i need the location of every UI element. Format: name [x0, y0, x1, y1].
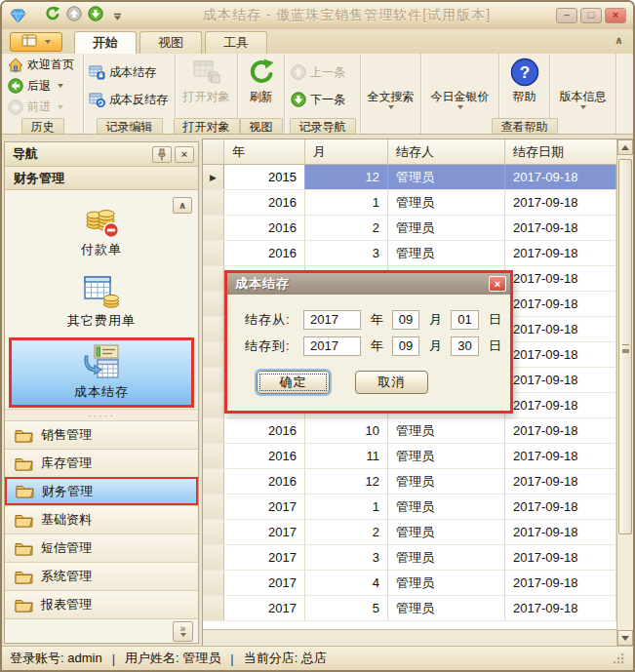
- chevron-down-icon: [58, 84, 63, 88]
- sidebar-module-system[interactable]: 系统管理: [5, 562, 198, 590]
- scroll-up-button[interactable]: [617, 139, 633, 155]
- sidebar-item-label: 其它费用单: [67, 312, 136, 330]
- group-label: 记录编辑: [97, 118, 163, 134]
- finance-group-header[interactable]: 财务管理: [5, 167, 198, 190]
- tab-view[interactable]: 视图: [139, 31, 202, 54]
- from-year-input[interactable]: 2017: [303, 310, 361, 330]
- table-cell: 2017: [224, 520, 305, 544]
- scroll-down-button[interactable]: [617, 630, 633, 646]
- help-button[interactable]: ?帮助: [504, 56, 545, 116]
- ribbon-collapse-button[interactable]: ∧: [615, 34, 623, 47]
- resize-grip-icon[interactable]: [613, 652, 625, 665]
- column-header-1[interactable]: 月: [305, 139, 388, 164]
- table-cell: 2017-09-18: [505, 571, 616, 595]
- fulltext-search-button[interactable]: 全文搜索: [362, 56, 420, 116]
- row-indicator-cell: [203, 393, 224, 417]
- folder-icon: [15, 598, 33, 613]
- today-gold-price-button[interactable]: 今日金银价: [425, 56, 496, 116]
- sidebar-module-finance[interactable]: 财务管理: [5, 477, 198, 505]
- cost-settle-button[interactable]: 成本结存: [87, 64, 172, 81]
- horizontal-scrollbar[interactable]: [203, 629, 616, 646]
- table-row[interactable]: 20175管理员2017-09-18: [203, 596, 616, 621]
- chevron-down-icon: [388, 105, 394, 109]
- sidebar-module-sales[interactable]: 销售管理: [5, 420, 198, 449]
- folder-icon: [15, 428, 33, 443]
- dialog-close-button[interactable]: ×: [489, 276, 506, 292]
- version-info-button[interactable]: 版本信息: [554, 56, 613, 116]
- table-row[interactable]: 20161管理员2017-09-18: [203, 190, 616, 216]
- table-row[interactable]: 201612管理员2017-09-18: [203, 469, 616, 494]
- close-button[interactable]: ×: [605, 8, 626, 23]
- table-cell: 2017-09-18: [505, 190, 616, 215]
- column-header-0[interactable]: 年: [224, 139, 305, 164]
- settle-to-label: 结存到:: [245, 337, 303, 355]
- tab-tools[interactable]: 工具: [205, 31, 267, 54]
- table-row[interactable]: ▶201512管理员2017-09-18: [203, 165, 616, 190]
- panel-collapse-button[interactable]: ∧: [173, 197, 192, 214]
- sidebar-item-cost-settlement[interactable]: 成本结存: [9, 337, 194, 408]
- to-day-input[interactable]: 30: [451, 336, 479, 356]
- from-day-input[interactable]: 01: [451, 310, 479, 330]
- table-cell: 10: [305, 418, 388, 443]
- refresh-button[interactable]: 刷新: [242, 56, 281, 116]
- table-cell: 2016: [224, 469, 305, 494]
- sidebar-module-reports[interactable]: 报表管理: [5, 590, 198, 618]
- minimize-button[interactable]: –: [556, 8, 577, 23]
- table-cell: 2016: [224, 216, 305, 240]
- sidebar-module-basic-data[interactable]: 基础资料: [5, 505, 198, 534]
- dialog-title: 成本结存: [235, 275, 489, 293]
- folder-icon: [15, 541, 33, 556]
- from-month-input[interactable]: 09: [392, 310, 420, 330]
- status-user-name: 用户姓名: 管理员: [125, 650, 220, 667]
- cancel-button[interactable]: 取消: [355, 371, 428, 394]
- back-button[interactable]: 后退: [5, 78, 80, 95]
- table-row[interactable]: 20171管理员2017-09-18: [203, 494, 616, 520]
- ribbon-group-version: 版本信息: [550, 54, 616, 134]
- folder-icon: [15, 570, 33, 584]
- sidebar-module-sms[interactable]: 短信管理: [5, 534, 198, 562]
- grid-lock-icon: [89, 64, 105, 80]
- nav-close-button[interactable]: ×: [175, 146, 194, 163]
- row-indicator-cell: [203, 444, 224, 468]
- sidebar-splitter[interactable]: ·····: [5, 409, 198, 420]
- table-row[interactable]: 20162管理员2017-09-18: [203, 216, 616, 241]
- sidebar-module-inventory[interactable]: 库存管理: [5, 449, 198, 477]
- quick-prev-button[interactable]: [65, 7, 83, 24]
- tab-start[interactable]: 开始: [74, 31, 137, 54]
- next-record-button[interactable]: 下一条: [288, 92, 357, 108]
- dialog-titlebar[interactable]: 成本结存 ×: [227, 273, 510, 295]
- table-row[interactable]: 201611管理员2017-09-18: [203, 444, 616, 469]
- button-label: 成本反结存: [109, 92, 168, 108]
- table-row[interactable]: 20174管理员2017-09-18: [203, 571, 616, 596]
- table-row[interactable]: 201610管理员2017-09-18: [203, 418, 616, 444]
- quick-next-button[interactable]: [87, 7, 104, 24]
- row-indicator-cell: [203, 571, 224, 595]
- table-row[interactable]: 20173管理员2017-09-18: [203, 545, 616, 571]
- table-cell: 管理员: [388, 469, 505, 494]
- sidebar-item-payment-order[interactable]: 付款单: [9, 195, 194, 265]
- ok-button[interactable]: 确定: [257, 371, 330, 394]
- module-label: 财务管理: [42, 483, 93, 500]
- column-header-2[interactable]: 结存人: [388, 139, 505, 164]
- qat-customize-button[interactable]: [108, 7, 126, 24]
- to-year-input[interactable]: 2017: [303, 336, 361, 356]
- table-cell: 2017-09-18: [505, 494, 616, 519]
- table-cell: 2016: [224, 444, 305, 468]
- app-menu-button[interactable]: [10, 32, 62, 52]
- vertical-scrollbar[interactable]: [616, 139, 633, 646]
- quick-refresh-button[interactable]: [44, 7, 61, 24]
- scroll-thumb[interactable]: [618, 159, 632, 534]
- maximize-button[interactable]: □: [580, 8, 602, 23]
- table-row[interactable]: 20163管理员2017-09-18: [203, 241, 616, 266]
- pin-icon[interactable]: [152, 146, 172, 163]
- to-month-input[interactable]: 09: [392, 336, 420, 356]
- table-row[interactable]: 20172管理员2017-09-18: [203, 520, 616, 545]
- titlebar: 成本结存 - 傲蓝珠宝销售管理软件[试用版本] –□×: [2, 2, 633, 29]
- more-buttons-icon[interactable]: »: [173, 621, 193, 642]
- welcome-home-button[interactable]: 欢迎首页: [5, 57, 80, 73]
- column-header-3[interactable]: 结存日期: [505, 139, 616, 164]
- sidebar-item-other-expense[interactable]: 其它费用单: [9, 266, 194, 336]
- group-label: 历史: [21, 118, 64, 134]
- ribbon-tabs: 开始视图工具: [74, 31, 270, 54]
- cost-unsettle-button[interactable]: 成本反结存: [87, 92, 172, 108]
